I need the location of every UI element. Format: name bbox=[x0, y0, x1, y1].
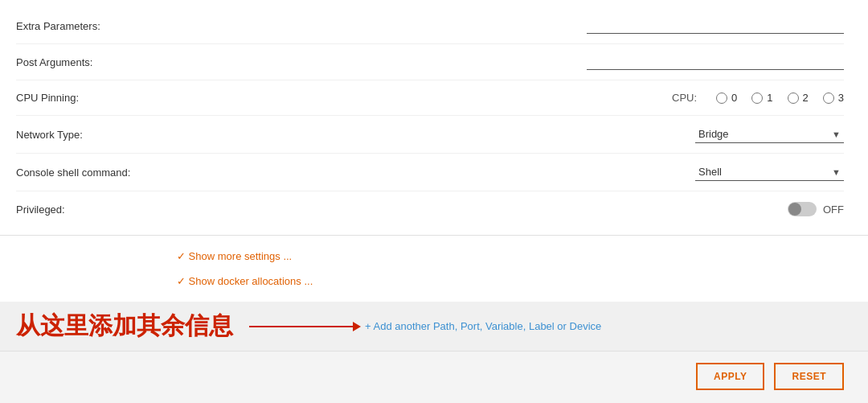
cpu-text-label: CPU: bbox=[672, 92, 697, 104]
cpu-item-2: 2 bbox=[788, 92, 809, 104]
cpu-pinning-control: CPU: 0 1 2 3 bbox=[193, 92, 844, 104]
network-type-row: Network Type: Bridge Host None Custom ▼ bbox=[16, 116, 844, 154]
cpu-item-3: 3 bbox=[823, 92, 844, 104]
toggle-state-label: OFF bbox=[823, 204, 844, 216]
console-shell-control: Shell bash sh zsh ▼ bbox=[193, 163, 844, 181]
cpu-radio-0[interactable] bbox=[716, 93, 727, 104]
cpu-pinning-row: CPU Pinning: CPU: 0 1 2 bbox=[16, 80, 844, 116]
cpu-num-3: 3 bbox=[838, 92, 844, 104]
main-container: Extra Parameters: Post Arguments: CPU Pi… bbox=[0, 0, 868, 403]
cpu-radio-3[interactable] bbox=[823, 93, 834, 104]
annotation-arrow: + Add another Path, Port, Variable, Labe… bbox=[249, 320, 844, 332]
apply-button[interactable]: APPLY bbox=[696, 363, 764, 390]
show-docker-row: ✓ Show docker allocations ... bbox=[177, 269, 844, 294]
links-section: ✓ Show more settings ... ✓ Show docker a… bbox=[0, 236, 868, 302]
extra-params-row: Extra Parameters: bbox=[16, 8, 844, 44]
extra-params-input[interactable] bbox=[587, 18, 844, 34]
show-more-link[interactable]: ✓ Show more settings ... bbox=[177, 250, 292, 262]
post-args-label: Post Arguments: bbox=[16, 56, 193, 68]
reset-button[interactable]: RESET bbox=[774, 363, 844, 390]
post-args-control bbox=[193, 54, 844, 70]
post-args-input[interactable] bbox=[587, 54, 844, 70]
cpu-item-1: 1 bbox=[751, 92, 772, 104]
network-type-select[interactable]: Bridge Host None Custom bbox=[695, 125, 844, 143]
form-section: Extra Parameters: Post Arguments: CPU Pi… bbox=[0, 0, 868, 236]
show-docker-link[interactable]: ✓ Show docker allocations ... bbox=[177, 275, 313, 287]
privileged-toggle[interactable] bbox=[788, 202, 817, 216]
privileged-control: OFF bbox=[193, 202, 844, 216]
add-path-link[interactable]: + Add another Path, Port, Variable, Labe… bbox=[365, 320, 601, 332]
network-type-label: Network Type: bbox=[16, 129, 193, 141]
cpu-pinning-label: CPU Pinning: bbox=[16, 92, 193, 104]
toggle-thumb bbox=[788, 203, 801, 216]
cpu-num-2: 2 bbox=[803, 92, 809, 104]
post-args-row: Post Arguments: bbox=[16, 44, 844, 80]
buttons-section: APPLY RESET bbox=[0, 351, 868, 401]
arrow-head-icon bbox=[353, 322, 361, 331]
network-type-wrapper: Bridge Host None Custom ▼ bbox=[695, 125, 844, 143]
console-shell-row: Console shell command: Shell bash sh zsh… bbox=[16, 154, 844, 191]
extra-params-label: Extra Parameters: bbox=[16, 20, 193, 32]
annotation-section: 从这里添加其余信息 + Add another Path, Port, Vari… bbox=[0, 302, 868, 351]
privileged-row: Privileged: OFF bbox=[16, 191, 844, 227]
cpu-radio-2[interactable] bbox=[788, 93, 799, 104]
cpu-num-0: 0 bbox=[731, 92, 737, 104]
cpu-pinning-group: CPU: 0 1 2 3 bbox=[672, 92, 844, 104]
cpu-radio-1[interactable] bbox=[751, 93, 763, 104]
show-more-row: ✓ Show more settings ... bbox=[177, 244, 844, 269]
cpu-num-1: 1 bbox=[767, 92, 772, 104]
privileged-toggle-container: OFF bbox=[788, 202, 844, 216]
network-type-control: Bridge Host None Custom ▼ bbox=[193, 125, 844, 143]
console-shell-label: Console shell command: bbox=[16, 167, 193, 179]
cpu-item-0: 0 bbox=[716, 92, 737, 104]
console-shell-wrapper: Shell bash sh zsh ▼ bbox=[695, 163, 844, 181]
privileged-label: Privileged: bbox=[16, 204, 193, 216]
console-shell-select[interactable]: Shell bash sh zsh bbox=[695, 163, 844, 181]
extra-params-control bbox=[193, 18, 844, 34]
annotation-text: 从这里添加其余信息 bbox=[16, 310, 233, 343]
